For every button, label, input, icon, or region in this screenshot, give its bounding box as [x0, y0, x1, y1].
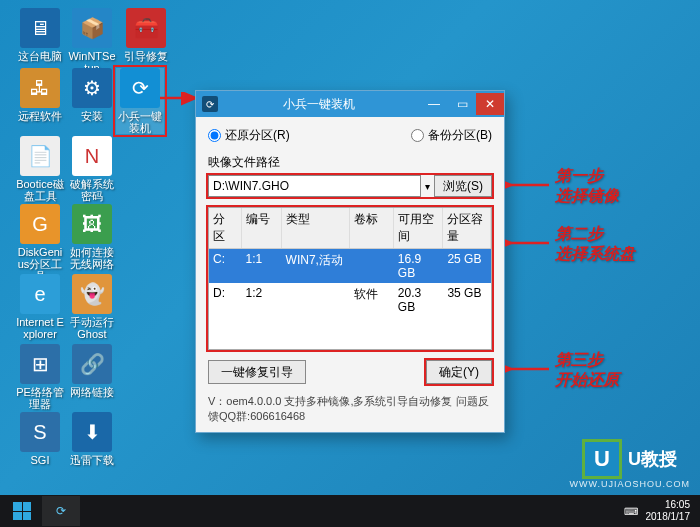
desktop-icon[interactable]: ⊞PE络络管理器 — [16, 344, 64, 410]
app-icon: 📄 — [20, 136, 60, 176]
desktop-icon[interactable]: ⚙安装 — [68, 68, 116, 122]
radio-restore[interactable]: 还原分区(R) — [208, 127, 350, 144]
app-icon: ⟳ — [202, 96, 218, 112]
desktop-icon[interactable]: GDiskGenius分区工具 — [16, 204, 64, 282]
app-icon: S — [20, 412, 60, 452]
icon-label: 迅雷下载 — [68, 454, 116, 466]
app-icon: ⚙ — [72, 68, 112, 108]
desktop-icon[interactable]: 📦WinNTSetup — [68, 8, 116, 74]
annotation-step3: 第三步开始还原 — [555, 350, 619, 390]
desktop-icon[interactable]: 👻手动运行Ghost — [68, 274, 116, 340]
desktop-icon[interactable]: eInternet Explorer — [16, 274, 64, 340]
desktop-icon[interactable]: ⬇迅雷下载 — [68, 412, 116, 466]
installer-window: ⟳ 小兵一键装机 — ▭ ✕ 还原分区(R) 备份分区(B) 映像文件路径 ▾ … — [195, 90, 505, 433]
desktop-icon[interactable]: N破解系统密码 — [68, 136, 116, 202]
arrow-step2 — [505, 236, 551, 250]
table-row[interactable]: C:1:1WIN7,活动16.9 GB25 GB — [209, 249, 491, 283]
path-row: ▾ 浏览(S) — [208, 175, 492, 197]
app-icon: e — [20, 274, 60, 314]
path-label: 映像文件路径 — [208, 154, 492, 171]
system-tray[interactable]: ⌨ 16:05 2018/1/17 — [624, 499, 697, 523]
desktop-icon[interactable]: 📄Bootice磁盘工具 — [16, 136, 64, 202]
app-icon: ⊞ — [20, 344, 60, 384]
desktop: 🖥这台电脑📦WinNTSetup🧰引导修复🖧远程软件⚙安装⟳小兵一键装机📄Boo… — [0, 0, 700, 527]
icon-label: 引导修复 — [122, 50, 170, 62]
window-title: 小兵一键装机 — [218, 96, 420, 113]
windows-logo-icon — [13, 502, 31, 520]
app-icon: G — [20, 204, 60, 244]
maximize-button[interactable]: ▭ — [448, 93, 476, 115]
desktop-icon[interactable]: 🧰引导修复 — [122, 8, 170, 62]
desktop-icon[interactable]: SSGI — [16, 412, 64, 466]
icon-label: PE络络管理器 — [16, 386, 64, 410]
app-icon: 👻 — [72, 274, 112, 314]
status-bar: V：oem4.0.0.0 支持多种镜像,多系统引导自动修复 问题反馈QQ群:60… — [208, 390, 492, 424]
app-icon: 🖧 — [20, 68, 60, 108]
taskbar-app[interactable]: ⟳ — [42, 496, 80, 526]
app-icon: ⟳ — [120, 68, 160, 108]
desktop-icon[interactable]: 🖼如何连接无线网络 — [68, 204, 116, 270]
taskbar: ⟳ ⌨ 16:05 2018/1/17 — [0, 495, 700, 527]
app-icon: ⬇ — [72, 412, 112, 452]
radio-backup[interactable]: 备份分区(B) — [350, 127, 492, 144]
icon-label: 如何连接无线网络 — [68, 246, 116, 270]
minimize-button[interactable]: — — [420, 93, 448, 115]
desktop-icon[interactable]: 🖧远程软件 — [16, 68, 64, 122]
dropdown-icon[interactable]: ▾ — [425, 181, 430, 192]
icon-label: 远程软件 — [16, 110, 64, 122]
app-icon: 🔗 — [72, 344, 112, 384]
browse-button[interactable]: 浏览(S) — [434, 175, 492, 197]
start-button[interactable] — [4, 495, 40, 527]
icon-label: 这台电脑 — [16, 50, 64, 62]
arrow-step1 — [505, 178, 551, 192]
icon-label: 破解系统密码 — [68, 178, 116, 202]
icon-label: Bootice磁盘工具 — [16, 178, 64, 202]
partition-table: 分区 编号 类型 卷标 可用空间 分区容量 C:1:1WIN7,活动16.9 G… — [208, 207, 492, 350]
desktop-icon[interactable]: ⟳小兵一键装机 — [116, 68, 164, 134]
close-button[interactable]: ✕ — [476, 93, 504, 115]
desktop-icon[interactable]: 🖥这台电脑 — [16, 8, 64, 62]
repair-boot-button[interactable]: 一键修复引导 — [208, 360, 306, 384]
tray-keyboard-icon[interactable]: ⌨ — [624, 506, 638, 517]
titlebar[interactable]: ⟳ 小兵一键装机 — ▭ ✕ — [196, 91, 504, 117]
icon-label: 手动运行Ghost — [68, 316, 116, 340]
app-icon: 🧰 — [126, 8, 166, 48]
icon-label: 安装 — [68, 110, 116, 122]
table-row[interactable]: D:1:2软件20.3 GB35 GB — [209, 283, 491, 317]
icon-label: Internet Explorer — [16, 316, 64, 340]
table-header: 分区 编号 类型 卷标 可用空间 分区容量 — [209, 208, 491, 249]
icon-label: SGI — [16, 454, 64, 466]
image-path-input[interactable] — [208, 175, 421, 197]
app-icon: N — [72, 136, 112, 176]
ok-button[interactable]: 确定(Y) — [426, 360, 492, 384]
clock[interactable]: 16:05 2018/1/17 — [646, 499, 691, 523]
annotation-step2: 第二步选择系统盘 — [555, 224, 635, 264]
app-icon: 🖼 — [72, 204, 112, 244]
icon-label: 小兵一键装机 — [116, 110, 164, 134]
icon-label: 网络链接 — [68, 386, 116, 398]
annotation-step1: 第一步选择镜像 — [555, 166, 619, 206]
arrow-step3 — [505, 362, 551, 376]
watermark-logo: U U教授 WWW.UJIAOSHOU.COM — [582, 439, 692, 487]
app-icon: 🖥 — [20, 8, 60, 48]
app-icon: 📦 — [72, 8, 112, 48]
desktop-icon[interactable]: 🔗网络链接 — [68, 344, 116, 398]
